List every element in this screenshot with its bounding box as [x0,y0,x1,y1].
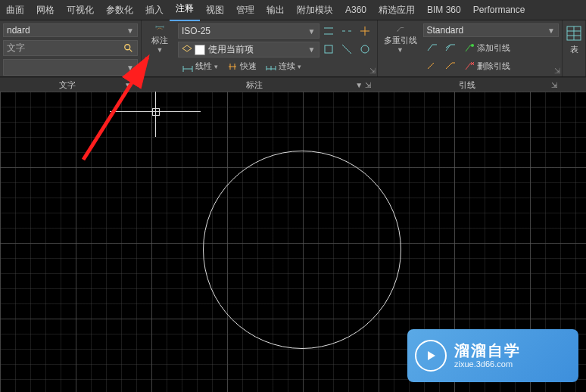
watermark-url: zixue.3d66.com [454,359,521,369]
play-icon [415,340,447,372]
chevron-down-icon: ▾ [214,63,218,70]
chevron-down-icon: ▼ [308,27,316,36]
dim-break-button[interactable] [338,23,355,39]
chevron-down-icon: ▼ [547,26,555,35]
table-label: 表 [570,44,578,55]
multileader-label: 多重引线 [384,35,417,46]
multileader-button[interactable]: 多重引线 ▼ [382,23,419,54]
text-extra-dropdown[interactable]: ▼ [3,59,138,76]
dimension-icon [149,25,170,33]
dim-continue-label: 连续 [279,61,295,72]
svg-rect-9 [325,45,332,53]
dim-update-button[interactable] [320,23,337,39]
panel-text: ndard ▼ 文字 ▼ [0,20,142,76]
dim-btn-b[interactable] [338,41,355,58]
panel-launcher-icon[interactable]: ⇲ [369,67,376,75]
menu-item-7[interactable]: 管理 [230,0,260,20]
panel-leader: 多重引线 ▼ Standard ▼ 添加引线 [378,20,563,76]
leader-align-button[interactable] [424,39,441,56]
color-swatch [195,45,205,55]
dimension-tool-button[interactable]: 标注 ▼ [146,23,173,54]
dim-linear-label: 线性 [195,61,212,72]
menu-item-8[interactable]: 输出 [260,0,291,20]
dim-quick-label: 快速 [240,61,257,72]
remove-leader-icon [464,61,475,71]
leader-collect-button[interactable] [442,39,459,56]
chevron-down-icon: ▼ [124,81,132,89]
add-leader-icon [464,42,475,53]
linear-dim-icon [182,61,193,72]
panel-title-dimension[interactable]: 标注 ▼ ⇲ [135,77,374,92]
circle-entity[interactable] [203,151,401,349]
leader-remove-label: 删除引线 [477,61,510,72]
dim-continue-button[interactable]: 连续 ▾ [263,60,304,73]
menu-item-13[interactable]: Performance [467,0,531,20]
chevron-down-icon: ▼ [126,64,134,72]
layer-icon [182,45,192,55]
find-text-placeholder: 文字 [7,42,25,54]
text-style-dropdown[interactable]: ndard ▼ [3,23,138,37]
svg-point-0 [125,44,130,49]
panel-title-row: 文字 ▼ 标注 ▼ ⇲ 引线 ⇲ [0,77,586,92]
leader-btn-a[interactable] [424,58,441,74]
dim-layer-dropdown[interactable]: 使用当前项 ▼ [178,42,319,58]
menu-item-12[interactable]: BIM 360 [421,0,467,20]
watermark-title: 溜溜自学 [454,341,521,359]
chevron-down-icon: ▼ [126,26,134,35]
leader-style-value: Standard [427,25,464,36]
panel-title-leader[interactable]: 引线 ⇲ [374,77,560,92]
panel-title-table [560,77,586,92]
panel-table: 表 [563,20,586,76]
svg-marker-28 [428,351,435,360]
chevron-down-icon: ▾ [298,63,301,70]
dim-layer-value: 使用当前项 [208,43,254,56]
menu-item-10[interactable]: A360 [339,0,372,20]
dim-adjust-button[interactable] [357,23,373,39]
panel-launcher-icon[interactable]: ⇲ [554,67,560,75]
drawing-viewport[interactable]: 溜溜自学 zixue.3d66.com [0,92,586,392]
dim-linear-button[interactable]: 线性 ▾ [179,60,221,73]
dim-style-dropdown[interactable]: ISO-25 ▼ [178,23,319,39]
text-style-value: ndard [7,25,30,36]
menu-item-2[interactable]: 可视化 [61,0,100,20]
menu-item-6[interactable]: 视图 [200,0,230,20]
leader-btn-b[interactable] [442,58,459,74]
watermark: 溜溜自学 zixue.3d66.com [407,329,578,382]
multileader-icon [388,25,413,33]
menu-item-11[interactable]: 精选应用 [372,0,421,20]
menubar: 曲面网格可视化参数化插入注释视图管理输出附加模块A360精选应用BIM 360P… [0,0,586,20]
ribbon: ndard ▼ 文字 ▼ 标注 [0,20,586,77]
table-icon[interactable] [566,25,582,42]
svg-line-10 [342,45,351,54]
menu-item-1[interactable]: 网格 [30,0,61,20]
dim-btn-c[interactable] [357,41,373,58]
find-text-input[interactable]: 文字 [3,40,138,56]
chevron-down-icon: ▼ [157,46,164,54]
menu-item-0[interactable]: 曲面 [0,0,30,20]
dim-btn-a[interactable] [320,41,337,58]
leader-style-dropdown[interactable]: Standard ▼ [423,23,560,37]
svg-point-11 [361,45,369,53]
leader-remove-button[interactable]: 删除引线 [461,58,513,74]
pickbox-cursor [152,108,160,116]
menu-item-4[interactable]: 插入 [139,0,170,20]
menu-item-3[interactable]: 参数化 [100,0,139,20]
panel-dimension: 标注 ▼ ISO-25 ▼ [142,20,378,76]
chevron-down-icon: ⇲ [551,81,557,89]
dim-quick-button[interactable]: 快速 [224,60,260,73]
dimension-tool-label: 标注 [151,35,168,46]
search-icon [123,43,134,54]
chevron-down-icon: ▼ [308,45,316,54]
svg-point-20 [471,44,474,47]
menu-item-9[interactable]: 附加模块 [291,0,339,20]
svg-line-1 [129,48,132,51]
chevron-down-icon: ▼ ⇲ [355,81,371,89]
panel-title-text[interactable]: 文字 ▼ [0,77,135,92]
chevron-down-icon: ▼ [397,46,404,54]
leader-add-button[interactable]: 添加引线 [461,39,513,56]
continue-dim-icon [266,61,276,72]
quick-dim-icon [227,61,238,72]
leader-add-label: 添加引线 [477,42,510,54]
dim-style-value: ISO-25 [182,26,210,36]
menu-item-5[interactable]: 注释 [170,0,200,21]
